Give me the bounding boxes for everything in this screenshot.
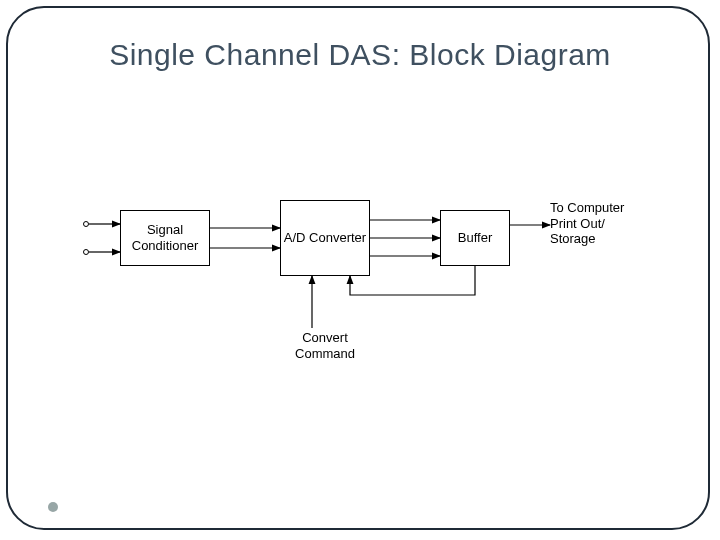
input-terminal-icon: [84, 222, 89, 227]
diagram-connectors: [80, 200, 640, 380]
feedback-arrow-icon: [350, 266, 475, 295]
input-terminal-icon: [84, 250, 89, 255]
footer-dot-icon: [48, 502, 58, 512]
block-diagram: Signal Conditioner A/D Converter Buffer …: [80, 200, 640, 380]
page-title: Single Channel DAS: Block Diagram: [0, 38, 720, 72]
